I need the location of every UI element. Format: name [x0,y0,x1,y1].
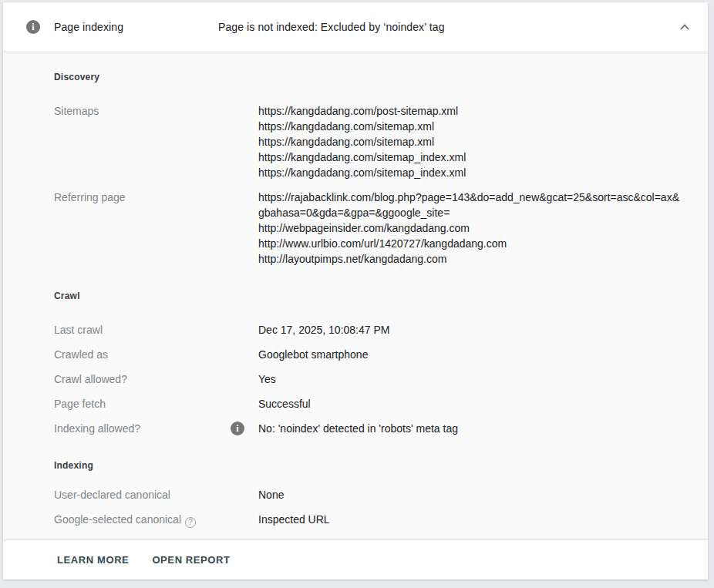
panel-body: Discovery Sitemaps https://kangdadang.co… [3,52,708,539]
last-crawl-value: Dec 17, 2025, 10:08:47 PM [258,322,685,338]
crawl-row-crawl-allowed: Crawl allowed? Yes [54,371,685,387]
crawl-row-indexing-allowed: Indexing allowed? i No: 'noindex' detect… [54,421,685,436]
sitemap-url: https://kangdadang.com/sitemap.xml [258,119,685,134]
crawl-row-crawled-as: Crawled as Googlebot smartphone [54,347,685,362]
indexing-allowed-value: No: 'noindex' detected in 'robots' meta … [258,421,458,436]
open-report-button[interactable]: OPEN REPORT [141,546,241,573]
indexing-allowed-value-wrap: i No: 'noindex' detected in 'robots' met… [258,421,685,436]
crawl-row-page-fetch: Page fetch Successful [54,396,685,412]
row-google-selected-canonical: Google-selected canonical? Inspected URL [54,512,685,528]
referring-page-value: https://rajabacklink.com/blog.php?page=1… [258,190,685,267]
referring-url: http://webpageinsider.com/kangdadang.com [258,220,685,236]
referring-url: https://rajabacklink.com/blog.php?page=1… [258,190,685,220]
page-indexing-panel: i Page indexing Page is not indexed: Exc… [3,2,708,580]
google-canonical-label: Google-selected canonical [54,513,181,526]
section-heading-discovery: Discovery [54,71,685,83]
info-icon[interactable]: i [26,20,40,34]
help-icon[interactable]: ? [185,517,196,528]
sitemap-url: https://kangdadang.com/sitemap_index.xml [258,150,685,165]
sitemap-url: https://kangdadang.com/sitemap_index.xml [258,165,685,180]
crawl-row-last-crawl: Last crawl Dec 17, 2025, 10:08:47 PM [54,322,685,338]
last-crawl-label: Last crawl [54,322,258,338]
section-heading-indexing: Indexing [54,459,685,472]
sitemap-url: https://kangdadang.com/post-sitemap.xml [258,103,685,119]
page-fetch-value: Successful [258,396,685,412]
page-fetch-label: Page fetch [54,396,258,412]
sitemap-url: https://kangdadang.com/sitemap.xml [258,134,685,150]
crawled-as-value: Googlebot smartphone [258,347,685,362]
sitemaps-label: Sitemaps [54,103,258,119]
learn-more-button[interactable]: LEARN MORE [46,546,140,573]
indexing-allowed-label: Indexing allowed? [54,421,258,436]
referring-url: http://layoutpimps.net/kangdadang.com [258,251,685,267]
panel-header[interactable]: i Page indexing Page is not indexed: Exc… [3,2,708,52]
panel-title: Page indexing [54,21,218,33]
collapse-button[interactable] [669,12,700,42]
referring-page-label: Referring page [54,190,258,205]
panel-footer: LEARN MORE OPEN REPORT [3,539,708,580]
google-canonical-value: Inspected URL [258,512,685,527]
sitemaps-row: Sitemaps https://kangdadang.com/post-sit… [54,103,685,180]
crawl-allowed-label: Crawl allowed? [54,371,258,387]
user-canonical-value: None [258,487,685,502]
chevron-up-icon [680,24,689,30]
sitemaps-value: https://kangdadang.com/post-sitemap.xml … [258,103,685,180]
section-heading-crawl: Crawl [54,290,685,302]
referring-url: http://www.urlbio.com/url/1420727/kangda… [258,236,685,251]
google-canonical-label-wrap: Google-selected canonical? [54,512,258,528]
user-canonical-label: User-declared canonical [54,487,258,502]
crawl-allowed-value: Yes [258,371,685,387]
row-user-declared-canonical: User-declared canonical None [54,487,685,502]
crawled-as-label: Crawled as [54,347,258,362]
referring-page-row: Referring page https://rajabacklink.com/… [54,190,685,267]
info-icon[interactable]: i [231,422,244,435]
index-status-text: Page is not indexed: Excluded by ‘noinde… [218,21,669,33]
